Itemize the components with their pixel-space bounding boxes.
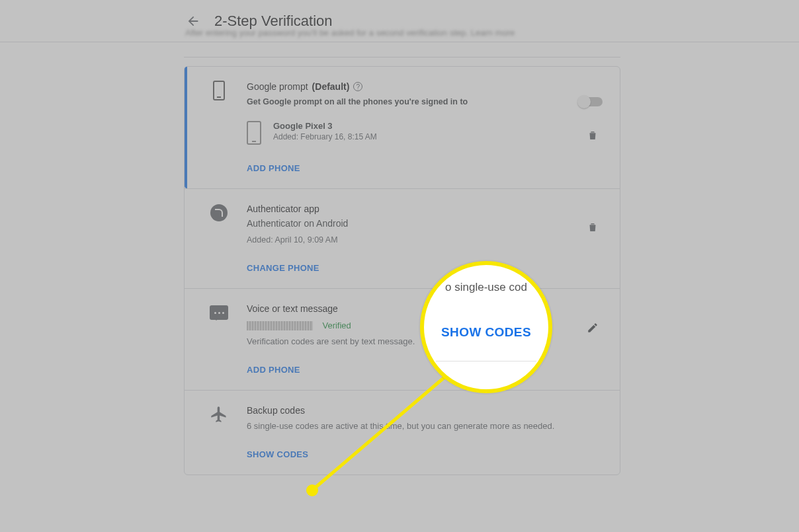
- airplane-icon: [210, 405, 228, 424]
- backup-desc: 6 single-use codes are active at this ti…: [247, 421, 603, 431]
- sms-icon: [210, 303, 228, 322]
- page-root: 2-Step Verification After entering your …: [0, 0, 799, 532]
- divider: [184, 57, 620, 57]
- callout-peek-text: o single-use cod: [445, 281, 527, 294]
- section-google-prompt: Google prompt (Default) ? Get Google pro…: [185, 67, 620, 188]
- change-phone-button[interactable]: CHANGE PHONE: [247, 263, 319, 273]
- delete-authenticator-button[interactable]: [587, 221, 599, 234]
- device-phone-icon: [247, 121, 261, 145]
- section-title: Google prompt (Default) ?: [247, 81, 603, 92]
- zoom-callout: o single-use cod SHOW CODES: [420, 261, 552, 393]
- section-sms: Voice or text message Verified Verificat…: [185, 288, 620, 390]
- page-title: 2-Step Verification: [214, 13, 333, 30]
- title-text: Google prompt: [247, 81, 308, 92]
- header-subtext-blurred: After entering your password you'll be a…: [185, 28, 556, 40]
- redacted-phone: [247, 321, 313, 330]
- delete-device-button[interactable]: [587, 129, 599, 142]
- callout-divider: [436, 361, 536, 361]
- section-title: Backup codes: [247, 405, 603, 416]
- verified-label: Verified: [322, 321, 351, 330]
- add-phone-button[interactable]: ADD PHONE: [247, 163, 300, 173]
- device-added: Added: February 16, 8:15 AM: [273, 132, 377, 141]
- section-authenticator: Authenticator app Authenticator on Andro…: [185, 188, 620, 288]
- phone-icon: [210, 81, 228, 100]
- section-subtext: Get Google prompt on all the phones you'…: [247, 97, 603, 106]
- add-phone-sms-button[interactable]: ADD PHONE: [247, 365, 300, 375]
- show-codes-button[interactable]: SHOW CODES: [247, 449, 308, 459]
- prompt-toggle[interactable]: [579, 97, 603, 106]
- device-row: Google Pixel 3 Added: February 16, 8:15 …: [247, 121, 603, 145]
- callout-show-codes: SHOW CODES: [441, 325, 531, 340]
- help-icon[interactable]: ?: [353, 82, 362, 91]
- device-name: Google Pixel 3: [273, 121, 377, 131]
- default-badge: (Default): [312, 81, 350, 92]
- edit-sms-button[interactable]: [587, 322, 599, 334]
- section-backup-codes: Backup codes 6 single-use codes are acti…: [185, 390, 620, 475]
- second-step-card: Google prompt (Default) ? Get Google pro…: [184, 66, 620, 475]
- auth-subtext: Authenticator on Android: [247, 218, 603, 229]
- section-title: Authenticator app: [247, 204, 603, 214]
- back-arrow-icon[interactable]: [185, 13, 201, 29]
- callout-endpoint-dot: [306, 484, 318, 496]
- auth-added: Added: April 10, 9:09 AM: [247, 235, 603, 245]
- authenticator-icon: [210, 204, 228, 222]
